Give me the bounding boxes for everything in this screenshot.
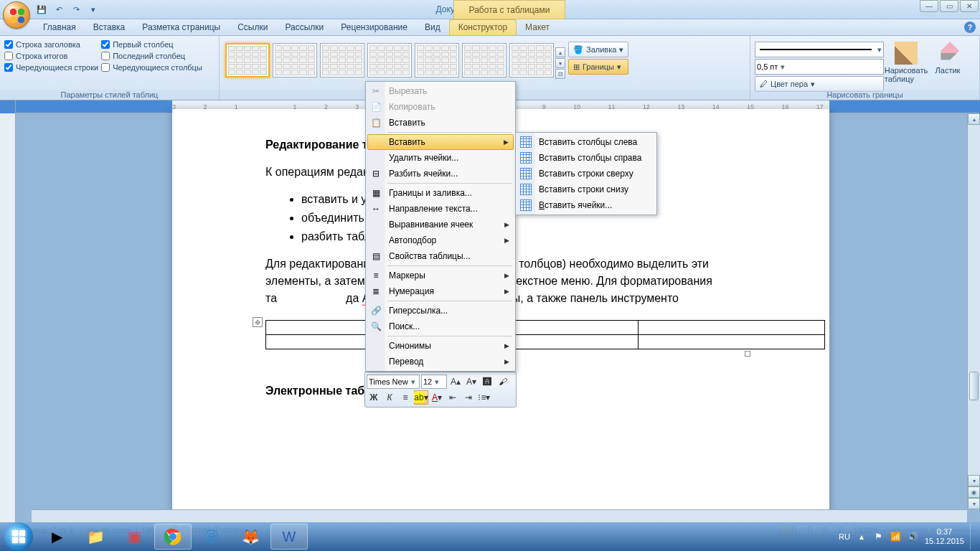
- format-painter-icon[interactable]: 🖌: [496, 375, 510, 389]
- tab-insert[interactable]: Вставка: [85, 20, 134, 35]
- undo-icon[interactable]: ↶: [52, 2, 66, 17]
- line-width-dropdown[interactable]: 0,5 пт: [755, 59, 884, 75]
- tray-flag-icon[interactable]: ⚑: [873, 531, 885, 542]
- eraser-button[interactable]: Ластик: [928, 37, 967, 75]
- font-size-dropdown[interactable]: 12: [421, 375, 447, 389]
- submenu-cols-right[interactable]: Вставить столбцы справа: [517, 150, 655, 166]
- tab-home[interactable]: Главная: [34, 20, 85, 35]
- prev-page-icon[interactable]: ◉: [968, 486, 980, 498]
- tab-layout[interactable]: Макет: [517, 20, 558, 35]
- table-style-swatch[interactable]: [273, 43, 317, 77]
- vertical-ruler[interactable]: [0, 100, 16, 522]
- ctx-lookup[interactable]: 🔍Поиск...: [367, 319, 514, 334]
- styles-icon[interactable]: 🅰: [480, 375, 494, 389]
- chk-total-row[interactable]: Строка итогов: [4, 52, 98, 60]
- scroll-thumb[interactable]: [969, 372, 979, 400]
- decrease-indent-icon[interactable]: ⇤: [446, 390, 460, 405]
- table-style-swatch[interactable]: [462, 43, 507, 77]
- taskbar-media-player[interactable]: ▶: [38, 524, 75, 550]
- taskbar-explorer[interactable]: 📁: [77, 524, 114, 550]
- shading-button[interactable]: 🪣 Заливка ▾: [568, 42, 628, 57]
- ctx-borders-shading[interactable]: ▦Границы и заливка...: [367, 185, 514, 201]
- ctx-text-direction[interactable]: ↔Направление текста...: [367, 201, 514, 217]
- bullets-icon[interactable]: ⁝≡▾: [477, 390, 491, 405]
- scroll-down-arrow[interactable]: ▾: [968, 475, 980, 486]
- ctx-autofit[interactable]: Автоподбор▶: [367, 232, 514, 248]
- help-icon[interactable]: ?: [964, 22, 976, 33]
- submenu-rows-below[interactable]: Вставить строки снизу: [517, 182, 655, 197]
- font-family-dropdown[interactable]: Times New: [367, 375, 420, 389]
- ctx-numbering[interactable]: ≣Нумерация▶: [367, 283, 514, 299]
- grow-font-icon[interactable]: A▴: [448, 375, 463, 389]
- ctx-translate[interactable]: Перевод▶: [367, 354, 514, 369]
- ctx-bullets[interactable]: ≡Маркеры▶: [367, 268, 514, 283]
- tray-network-icon[interactable]: 📶: [890, 531, 902, 542]
- chk-header-row[interactable]: Строка заголовка: [4, 40, 98, 49]
- tray-clock[interactable]: 0:3715.12.2015: [925, 527, 964, 546]
- taskbar-powerpoint[interactable]: ▣: [116, 524, 153, 550]
- gallery-scroll-down[interactable]: ▾: [555, 58, 565, 68]
- document-table[interactable]: [265, 320, 825, 349]
- taskbar-firefox[interactable]: 🦊: [232, 524, 269, 550]
- italic-button[interactable]: К: [382, 390, 397, 405]
- horizontal-scrollbar[interactable]: [32, 509, 967, 522]
- shrink-font-icon[interactable]: A▾: [464, 375, 479, 389]
- vertical-scrollbar[interactable]: ▴ ▾ ◉ ▾: [967, 113, 980, 509]
- ctx-insert[interactable]: Вставить▶: [367, 134, 514, 150]
- table-style-swatch[interactable]: [415, 43, 459, 77]
- ctx-copy[interactable]: 📄Копировать: [367, 99, 514, 115]
- taskbar-word[interactable]: W: [270, 524, 308, 550]
- table-style-swatch[interactable]: [509, 43, 554, 77]
- show-desktop-button[interactable]: [970, 524, 976, 550]
- table-style-gallery[interactable]: ▴ ▾ ⊟: [224, 37, 565, 79]
- office-button[interactable]: [3, 1, 30, 29]
- chk-first-col[interactable]: Первый столбец: [101, 40, 202, 49]
- ctx-cell-alignment[interactable]: Выравнивание ячеек▶: [367, 217, 514, 232]
- tab-view[interactable]: Вид: [416, 20, 449, 35]
- minimize-button[interactable]: —: [920, 0, 938, 12]
- tray-show-hidden-icon[interactable]: ▴: [856, 531, 867, 542]
- tray-volume-icon[interactable]: 🔊: [908, 531, 919, 542]
- tab-page-layout[interactable]: Разметка страницы: [133, 20, 229, 35]
- gallery-more[interactable]: ⊟: [555, 69, 565, 79]
- bold-button[interactable]: Ж: [367, 390, 381, 405]
- highlight-button[interactable]: ab▾: [414, 390, 428, 405]
- tab-mailings[interactable]: Рассылки: [276, 20, 332, 35]
- ctx-cut[interactable]: ✂Вырезать: [367, 83, 514, 99]
- submenu-rows-above[interactable]: Вставить строки сверху: [517, 166, 655, 182]
- table-style-swatch[interactable]: [225, 43, 270, 77]
- redo-icon[interactable]: ↷: [69, 2, 83, 17]
- font-color-button[interactable]: A▾: [430, 390, 444, 405]
- increase-indent-icon[interactable]: ⇥: [461, 390, 476, 405]
- ctx-table-properties[interactable]: ▤Свойства таблицы...: [367, 248, 514, 264]
- qat-customize-icon[interactable]: ▾: [86, 2, 100, 17]
- table-style-swatch[interactable]: [320, 43, 364, 77]
- scroll-up-arrow[interactable]: ▴: [968, 113, 980, 125]
- next-page-icon[interactable]: ▾: [968, 498, 980, 509]
- table-move-handle[interactable]: ✥: [253, 317, 263, 327]
- ctx-hyperlink[interactable]: 🔗Гиперссылка...: [367, 303, 514, 319]
- tab-review[interactable]: Рецензирование: [332, 20, 416, 35]
- line-style-dropdown[interactable]: [755, 42, 884, 57]
- table-style-swatch[interactable]: [367, 43, 412, 77]
- center-button[interactable]: ≡: [398, 390, 413, 405]
- start-button[interactable]: [4, 522, 33, 551]
- chk-banded-rows[interactable]: Чередующиеся строки: [4, 63, 98, 72]
- taskbar-ie[interactable]: ⓔ: [193, 524, 230, 550]
- submenu-cols-left[interactable]: Вставить столбцы слева: [517, 134, 655, 150]
- close-button[interactable]: ✕: [960, 0, 979, 12]
- submenu-cells[interactable]: Вставить ячейки...: [517, 197, 655, 213]
- table-resize-handle[interactable]: [745, 351, 750, 357]
- save-icon[interactable]: 💾: [34, 2, 49, 17]
- taskbar-chrome[interactable]: [154, 524, 192, 550]
- tray-language[interactable]: RU: [839, 532, 850, 541]
- tab-references[interactable]: Ссылки: [229, 20, 276, 35]
- ctx-synonyms[interactable]: Синонимы▶: [367, 338, 514, 354]
- chk-banded-cols[interactable]: Чередующиеся столбцы: [101, 63, 202, 72]
- draw-table-button[interactable]: Нарисовать таблицу: [887, 37, 925, 83]
- ctx-delete-cells[interactable]: Удалить ячейки...: [367, 150, 514, 166]
- chk-last-col[interactable]: Последний столбец: [101, 52, 202, 60]
- maximize-button[interactable]: ▭: [940, 0, 958, 12]
- gallery-scroll-up[interactable]: ▴: [555, 47, 565, 57]
- ctx-split-cells[interactable]: ⊟Разбить ячейки...: [367, 166, 514, 182]
